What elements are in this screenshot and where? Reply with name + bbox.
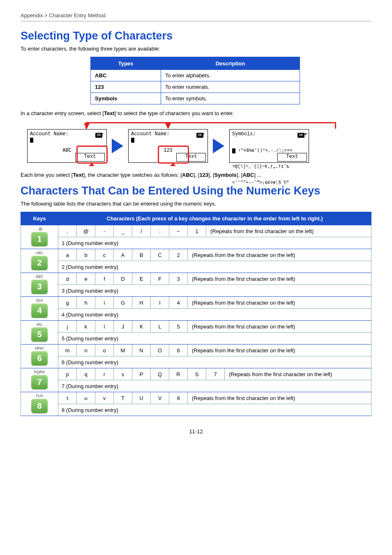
char-cell: b bbox=[77, 249, 95, 261]
char-cell: - bbox=[95, 225, 114, 237]
char-cell: ~ bbox=[169, 225, 188, 237]
char-cell: d bbox=[58, 273, 77, 285]
char-cell: H bbox=[132, 297, 151, 309]
char-cell: C bbox=[151, 249, 169, 261]
char-cell: h bbox=[77, 297, 95, 309]
char-cell: J bbox=[114, 321, 132, 333]
key-label: DEF bbox=[22, 275, 57, 279]
char-cell: 8 bbox=[169, 392, 188, 404]
key-cell: MNO6 bbox=[21, 345, 58, 368]
char-cell: q bbox=[77, 368, 95, 380]
char-cell: 7 bbox=[206, 368, 225, 380]
char-cell: / bbox=[132, 225, 151, 237]
char-cell: V bbox=[151, 392, 169, 404]
char-cell: j bbox=[58, 321, 77, 333]
key-cell: . @1 bbox=[21, 225, 58, 249]
ok-badge: OK bbox=[297, 133, 304, 138]
numeric-key-button[interactable]: 3 bbox=[31, 280, 48, 294]
char-cell: 4 bbox=[169, 297, 188, 309]
char-cell: _ bbox=[114, 225, 132, 237]
char-cell: Q bbox=[151, 368, 169, 380]
play-arrow-icon bbox=[112, 139, 123, 153]
repeat-cell: (Repeats from the first character on the… bbox=[206, 225, 371, 237]
number-entry-cell: 2 (During number entry) bbox=[58, 261, 371, 273]
key-cell: JKL5 bbox=[21, 321, 58, 345]
types-cell: To enter numerals. bbox=[161, 81, 300, 93]
char-cell: e bbox=[77, 273, 95, 285]
play-arrow-icon bbox=[213, 139, 224, 153]
char-cell: v bbox=[95, 392, 114, 404]
char-cell: K bbox=[132, 321, 151, 333]
char-cell: S bbox=[188, 368, 206, 380]
key-cell: ABC2 bbox=[21, 249, 58, 273]
numeric-key-button[interactable]: 5 bbox=[31, 327, 48, 342]
number-entry-cell: 7 (During number entry) bbox=[58, 380, 371, 392]
ok-badge: OK bbox=[95, 133, 102, 138]
key-label: ABC bbox=[22, 251, 57, 255]
numeric-key-button[interactable]: 8 bbox=[31, 399, 48, 413]
key-cell: DEF3 bbox=[21, 273, 58, 297]
number-entry-cell: 4 (During number entry) bbox=[58, 309, 371, 321]
cursor-icon bbox=[131, 138, 134, 143]
char-cell: f bbox=[95, 273, 114, 285]
char-cell: n bbox=[77, 345, 95, 356]
char-cell: M bbox=[114, 345, 132, 356]
char-cell: t bbox=[58, 392, 77, 404]
char-cell: s bbox=[114, 368, 132, 380]
char-cell: c bbox=[95, 249, 114, 261]
char-cell: 3 bbox=[169, 273, 188, 285]
char-cell: P bbox=[132, 368, 151, 380]
char-cell: T bbox=[114, 392, 132, 404]
nav-cross-icon: ✥ bbox=[304, 131, 307, 136]
select-text-para: In a character entry screen, select [Tex… bbox=[21, 110, 371, 116]
char-cell: r bbox=[95, 368, 114, 380]
char-cell: A bbox=[114, 249, 132, 261]
char-cell: R bbox=[169, 368, 188, 380]
char-cell: I bbox=[151, 297, 169, 309]
key-cell: PQRS7 bbox=[21, 368, 58, 392]
red-arrow-down-icon bbox=[165, 123, 171, 129]
char-cell: . bbox=[58, 225, 77, 237]
types-cell: To enter symbols. bbox=[161, 93, 300, 104]
char-cell: o bbox=[95, 345, 114, 356]
char-cell: a bbox=[58, 249, 77, 261]
page-number: 11-12 bbox=[21, 428, 371, 435]
heading-numeric-keys: Characters That Can be Entered Using the… bbox=[21, 185, 371, 197]
char-cell: B bbox=[132, 249, 151, 261]
numeric-key-button[interactable]: 6 bbox=[31, 351, 48, 365]
number-entry-cell: 6 (During number entry) bbox=[58, 356, 371, 368]
types-col-desc: Description bbox=[161, 57, 300, 70]
char-cell: 5 bbox=[169, 321, 188, 333]
text-softkey[interactable]: Text bbox=[277, 153, 307, 162]
repeat-cell: (Repeats from the first character on the… bbox=[188, 297, 371, 309]
numeric-key-button[interactable]: 2 bbox=[31, 256, 48, 270]
types-cell: Symbols bbox=[91, 93, 161, 104]
key-label: MNO bbox=[22, 346, 57, 350]
char-cell: F bbox=[151, 273, 169, 285]
key-label: GHI bbox=[22, 298, 57, 303]
char-cell: G bbox=[114, 297, 132, 309]
intro-text-2: The following table lists the characters… bbox=[21, 201, 371, 207]
key-label: PQRS bbox=[22, 370, 57, 374]
switch-sequence-para: Each time you select [Text], the charact… bbox=[21, 172, 371, 178]
number-entry-cell: 1 (During number entry) bbox=[58, 237, 371, 249]
char-cell: U bbox=[132, 392, 151, 404]
key-label: . @ bbox=[22, 227, 57, 231]
char-cell: O bbox=[151, 345, 169, 356]
cursor-icon bbox=[30, 138, 33, 143]
red-arrow-up-icon bbox=[170, 163, 176, 166]
number-entry-cell: 3 (During number entry) bbox=[58, 285, 371, 297]
types-cell: ABC bbox=[91, 70, 161, 81]
char-cell: p bbox=[58, 368, 77, 380]
numeric-key-button[interactable]: 4 bbox=[31, 303, 48, 318]
repeat-cell: (Repeats from the first character on the… bbox=[188, 273, 371, 285]
char-cell: i bbox=[95, 297, 114, 309]
char-cell: l bbox=[95, 321, 114, 333]
key-cell: TUV8 bbox=[21, 392, 58, 416]
numeric-key-button[interactable]: 1 bbox=[31, 232, 48, 246]
numeric-key-button[interactable]: 7 bbox=[31, 375, 48, 389]
char-cell: N bbox=[132, 345, 151, 356]
chars-col-chars: Characters (Each press of a key changes … bbox=[58, 212, 371, 225]
char-cell: m bbox=[58, 345, 77, 356]
key-label: TUV bbox=[22, 394, 57, 398]
